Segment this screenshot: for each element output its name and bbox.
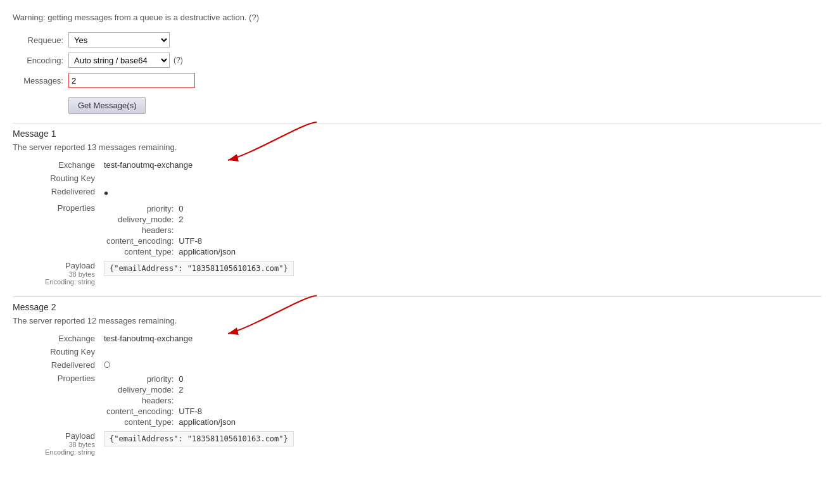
payload-title-2: Payload — [15, 431, 95, 441]
table-row: Routing Key — [13, 345, 821, 358]
encoding-select[interactable]: Auto string / base64 Base64 String — [68, 53, 170, 68]
payload-size-2: 38 bytes — [15, 441, 95, 448]
exchange-value-1: test-fanoutmq-exchange — [101, 158, 821, 172]
payload-label-2: Payload 38 bytes Encoding: string — [13, 429, 101, 458]
message-2-table: Exchange test-fanoutmq-exchange Routing … — [13, 332, 821, 458]
message-1-block: Message 1 The server reported 13 message… — [13, 129, 821, 287]
table-row: Routing Key — [13, 172, 821, 185]
content-type-value-2: application/json — [176, 417, 238, 427]
encoding-help: (?) — [174, 56, 183, 65]
messages-label: Messages: — [13, 76, 63, 85]
properties-label-1: Properties — [13, 201, 101, 259]
routing-key-value-2 — [101, 345, 821, 358]
payload-value-1: {"emailAddress": "183581105610163.com"} — [101, 259, 821, 287]
redelivered-circle-2 — [104, 362, 110, 368]
content-encoding-label-2: content_encoding: — [104, 406, 176, 417]
payload-label-1: Payload 38 bytes Encoding: string — [13, 259, 101, 287]
table-row: Payload 38 bytes Encoding: string {"emai… — [13, 429, 821, 458]
messages-row: Messages: — [13, 73, 821, 88]
table-row: Properties priority: 0 delivery_mode: 2 … — [13, 201, 821, 259]
warning-text: Warning: getting messages from a queue i… — [13, 13, 821, 22]
message-2-server-report: The server reported 12 messages remainin… — [13, 316, 821, 325]
redelivered-label-2: Redelivered — [13, 358, 101, 372]
table-row: content_type: application/json — [104, 417, 238, 427]
requeue-select[interactable]: Yes No — [68, 32, 170, 47]
table-row: Properties priority: 0 delivery_mode: 2 … — [13, 372, 821, 429]
encoding-row: Encoding: Auto string / base64 Base64 St… — [13, 53, 821, 68]
properties-table-2: priority: 0 delivery_mode: 2 headers: co… — [104, 374, 238, 427]
payload-encoding-1: Encoding: string — [15, 278, 95, 286]
priority-value-2: 0 — [176, 374, 238, 384]
table-row: Exchange test-fanoutmq-exchange — [13, 158, 821, 172]
message-2-title: Message 2 — [13, 302, 821, 312]
content-encoding-value-2: UTF-8 — [176, 406, 238, 417]
content-type-value-1: application/json — [176, 246, 238, 257]
priority-label-2: priority: — [104, 374, 176, 384]
table-row: Redelivered — [13, 358, 821, 372]
routing-key-label-2: Routing Key — [13, 345, 101, 358]
table-row: content_encoding: UTF-8 — [104, 236, 238, 246]
get-messages-button[interactable]: Get Message(s) — [68, 97, 146, 114]
routing-key-label-1: Routing Key — [13, 172, 101, 185]
exchange-value-2: test-fanoutmq-exchange — [101, 332, 821, 345]
headers-label-2: headers: — [104, 395, 176, 406]
headers-label-1: headers: — [104, 225, 176, 236]
redelivered-label-1: Redelivered — [13, 185, 101, 201]
content-encoding-label-1: content_encoding: — [104, 236, 176, 246]
priority-value-1: 0 — [176, 203, 238, 214]
get-messages-row: Get Message(s) — [13, 93, 821, 114]
message-1-table: Exchange test-fanoutmq-exchange Routing … — [13, 158, 821, 287]
payload-encoding-2: Encoding: string — [15, 448, 95, 456]
exchange-label-1: Exchange — [13, 158, 101, 172]
content-type-label-1: content_type: — [104, 246, 176, 257]
payload-title-1: Payload — [15, 261, 95, 270]
message-1-server-report: The server reported 13 messages remainin… — [13, 142, 821, 152]
content-type-label-2: content_type: — [104, 417, 176, 427]
encoding-label: Encoding: — [13, 56, 63, 65]
warning-help: (?) — [249, 13, 259, 22]
table-row: headers: — [104, 395, 238, 406]
table-row: content_encoding: UTF-8 — [104, 406, 238, 417]
messages-input[interactable] — [68, 73, 195, 88]
headers-value-2 — [176, 395, 238, 406]
warning-message: Warning: getting messages from a queue i… — [13, 13, 246, 22]
payload-size-1: 38 bytes — [15, 270, 95, 278]
payload-value-2: {"emailAddress": "183581105610163.com"} — [101, 429, 821, 458]
delivery-mode-value-1: 2 — [176, 214, 238, 225]
table-row: Payload 38 bytes Encoding: string {"emai… — [13, 259, 821, 287]
payload-content-2: {"emailAddress": "183581105610163.com"} — [104, 431, 294, 446]
divider-2 — [13, 296, 821, 297]
redelivered-value-1: • — [101, 185, 821, 201]
delivery-mode-label-2: delivery_mode: — [104, 384, 176, 395]
message-2-block: Message 2 The server reported 12 message… — [13, 302, 821, 458]
routing-key-value-1 — [101, 172, 821, 185]
requeue-label: Requeue: — [13, 35, 63, 45]
table-row: priority: 0 — [104, 203, 238, 214]
table-row: Redelivered • — [13, 185, 821, 201]
headers-value-1 — [176, 225, 238, 236]
properties-table-1: priority: 0 delivery_mode: 2 headers: co… — [104, 203, 238, 257]
table-row: content_type: application/json — [104, 246, 238, 257]
requeue-row: Requeue: Yes No — [13, 32, 821, 47]
table-row: delivery_mode: 2 — [104, 384, 238, 395]
table-row: headers: — [104, 225, 238, 236]
properties-value-2: priority: 0 delivery_mode: 2 headers: co… — [101, 372, 821, 429]
properties-value-1: priority: 0 delivery_mode: 2 headers: co… — [101, 201, 821, 259]
redelivered-value-2 — [101, 358, 821, 372]
redelivered-bullet-1: • — [104, 186, 108, 200]
table-row: priority: 0 — [104, 374, 238, 384]
delivery-mode-label-1: delivery_mode: — [104, 214, 176, 225]
table-row: delivery_mode: 2 — [104, 214, 238, 225]
table-row: Exchange test-fanoutmq-exchange — [13, 332, 821, 345]
message-1-title: Message 1 — [13, 129, 821, 139]
content-encoding-value-1: UTF-8 — [176, 236, 238, 246]
exchange-label-2: Exchange — [13, 332, 101, 345]
priority-label-1: priority: — [104, 203, 176, 214]
divider-1 — [13, 123, 821, 123]
delivery-mode-value-2: 2 — [176, 384, 238, 395]
properties-label-2: Properties — [13, 372, 101, 429]
payload-content-1: {"emailAddress": "183581105610163.com"} — [104, 261, 294, 276]
